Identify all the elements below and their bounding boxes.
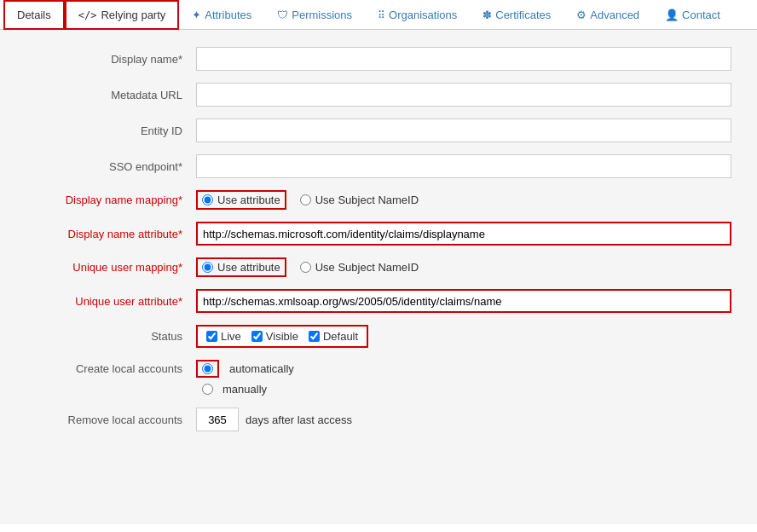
unique-user-attribute-input-wrapper [196, 289, 731, 313]
days-input[interactable] [196, 408, 239, 431]
unique-use-attribute-wrapper: Use attribute [196, 257, 286, 277]
use-attribute-wrapper: Use attribute [196, 190, 286, 210]
unique-user-mapping-radio-group: Use attribute Use Subject NameID [196, 257, 731, 277]
create-local-accounts-input-wrapper: automatically manually [196, 360, 731, 396]
tab-permissions-label: Permissions [292, 9, 352, 21]
tab-attributes[interactable]: ✦ Attributes [179, 1, 264, 29]
display-name-input[interactable] [196, 47, 731, 71]
tab-advanced-label: Advanced [590, 9, 639, 21]
remove-local-accounts-input-wrapper: days after last access [196, 408, 731, 431]
tab-advanced[interactable]: ⚙ Advanced [563, 1, 652, 29]
entity-id-row: Entity ID [26, 119, 731, 142]
attributes-icon: ✦ [192, 9, 201, 21]
visible-label: Visible [266, 330, 298, 343]
manually-radio[interactable] [202, 384, 213, 395]
unique-user-mapping-label: Unique user mapping* [26, 261, 196, 274]
tab-relying-party[interactable]: </> Relying party [65, 0, 180, 30]
default-checkbox[interactable] [309, 331, 320, 342]
days-after-label: days after last access [246, 413, 352, 426]
create-local-accounts-row: Create local accounts automatically manu… [26, 360, 731, 396]
unique-user-attribute-label: Unique user attribute* [26, 295, 196, 308]
display-name-attribute-row: Display name attribute* [26, 222, 731, 246]
status-input-wrapper: Live Visible Default [196, 325, 731, 348]
display-name-attribute-input-wrapper [196, 222, 731, 246]
main-content: Display name* Metadata URL Entity ID SSO… [0, 30, 757, 524]
tab-permissions[interactable]: 🛡 Permissions [264, 1, 365, 29]
unique-use-subject-nameid-option: Use Subject NameID [300, 261, 419, 274]
display-name-mapping-input-wrapper: Use attribute Use Subject NameID [196, 190, 731, 210]
use-subject-nameid-option: Use Subject NameID [300, 194, 419, 206]
unique-use-subject-nameid-label: Use Subject NameID [315, 261, 419, 274]
automatically-option: automatically [196, 360, 731, 378]
unique-user-mapping-row: Unique user mapping* Use attribute Use S… [26, 257, 731, 277]
automatically-wrapper [196, 360, 219, 378]
remove-local-accounts-inline: days after last access [196, 408, 731, 431]
visible-checkbox[interactable] [251, 331, 263, 342]
remove-local-accounts-row: Remove local accounts days after last ac… [26, 408, 731, 431]
metadata-url-label: Metadata URL [26, 89, 196, 101]
sso-endpoint-input[interactable] [196, 154, 731, 178]
tab-contact[interactable]: 👤 Contact [652, 1, 733, 29]
default-option: Default [309, 330, 358, 343]
entity-id-label: Entity ID [26, 124, 196, 137]
display-name-mapping-label: Display name mapping* [26, 194, 196, 206]
advanced-icon: ⚙ [576, 9, 587, 21]
sso-endpoint-row: SSO endpoint* [26, 154, 731, 178]
status-row: Status Live Visible Default [26, 325, 731, 348]
use-attribute-radio[interactable] [202, 194, 213, 205]
metadata-url-input[interactable] [196, 83, 731, 107]
display-name-attribute-input[interactable] [196, 222, 731, 246]
default-label: Default [323, 330, 358, 343]
live-option: Live [206, 330, 241, 343]
display-name-input-wrapper [196, 47, 731, 71]
relying-party-icon: </> [78, 9, 97, 21]
status-checkbox-group: Live Visible Default [196, 325, 368, 348]
tab-contact-label: Contact [682, 9, 720, 21]
tab-certificates-label: Certificates [495, 9, 551, 21]
manually-option: manually [196, 383, 731, 396]
create-local-accounts-radio-stack: automatically manually [196, 360, 731, 396]
create-local-accounts-label: Create local accounts [26, 360, 196, 375]
unique-use-attribute-label: Use attribute [217, 261, 280, 274]
tab-attributes-label: Attributes [205, 9, 251, 21]
display-name-attribute-label: Display name attribute* [26, 228, 196, 240]
display-name-label: Display name* [26, 53, 196, 66]
unique-user-mapping-input-wrapper: Use attribute Use Subject NameID [196, 257, 731, 277]
metadata-url-input-wrapper [196, 83, 731, 107]
entity-id-input[interactable] [196, 119, 731, 142]
live-checkbox[interactable] [206, 331, 217, 342]
display-name-mapping-radio-group: Use attribute Use Subject NameID [196, 190, 731, 210]
unique-use-subject-nameid-radio[interactable] [300, 262, 311, 273]
unique-use-attribute-radio[interactable] [202, 262, 213, 273]
tab-certificates[interactable]: ✽ Certificates [470, 1, 563, 29]
tab-details-label: Details [17, 9, 51, 21]
live-label: Live [221, 330, 241, 343]
entity-id-input-wrapper [196, 119, 731, 142]
tab-relying-party-label: Relying party [101, 9, 165, 21]
contact-icon: 👤 [665, 9, 679, 21]
automatically-label: automatically [229, 362, 294, 375]
visible-option: Visible [251, 330, 298, 343]
remove-local-accounts-label: Remove local accounts [26, 413, 196, 426]
manually-label: manually [222, 383, 267, 396]
tab-details[interactable]: Details [3, 0, 65, 30]
use-subject-nameid-label: Use Subject NameID [315, 194, 419, 206]
display-name-row: Display name* [26, 47, 731, 71]
metadata-url-row: Metadata URL [26, 83, 731, 107]
use-subject-nameid-radio[interactable] [300, 194, 311, 205]
organisations-icon: ⠿ [378, 9, 385, 21]
use-attribute-label: Use attribute [217, 194, 280, 206]
tab-bar: Details </> Relying party ✦ Attributes 🛡… [0, 0, 757, 30]
unique-user-attribute-row: Unique user attribute* [26, 289, 731, 313]
automatically-radio[interactable] [202, 363, 213, 374]
display-name-mapping-row: Display name mapping* Use attribute Use … [26, 190, 731, 210]
unique-user-attribute-input[interactable] [196, 289, 731, 313]
sso-endpoint-input-wrapper [196, 154, 731, 178]
tab-organisations-label: Organisations [389, 9, 457, 21]
tab-organisations[interactable]: ⠿ Organisations [365, 1, 470, 29]
status-label: Status [26, 330, 196, 343]
permissions-icon: 🛡 [277, 9, 288, 21]
sso-endpoint-label: SSO endpoint* [26, 160, 196, 173]
certificates-icon: ✽ [483, 9, 492, 21]
